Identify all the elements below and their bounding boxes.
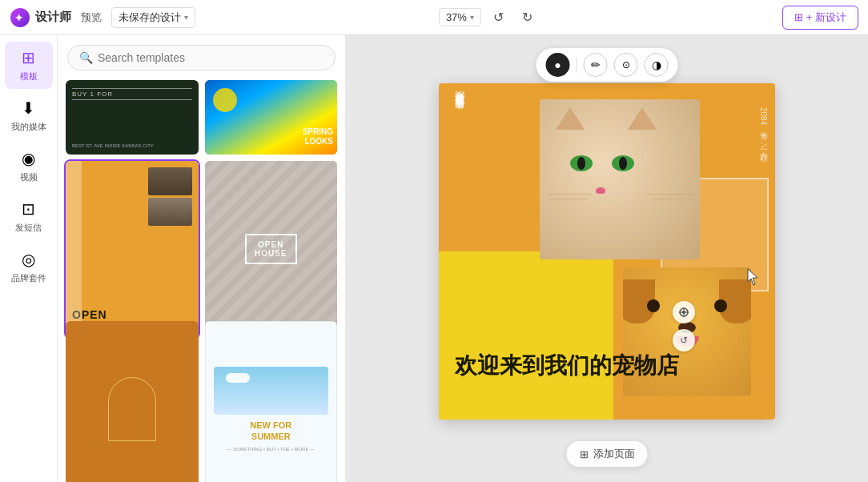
canvas-rotate-control[interactable]: ↺ [673,329,695,351]
templates-icon: ⊞ [22,48,35,67]
preview-btn[interactable]: 预览 [81,10,102,25]
canvas-area: ● ✏ ⊙ ◑ 依靠你帮你如家总你联系来没 [346,35,868,482]
dog-eye-right-icon [714,299,727,312]
sidebar-item-video[interactable]: ◉ 视频 [5,143,53,190]
canvas-main-title: 欢迎来到我们的宠物店 [455,352,679,380]
canvas-yellow-block [439,251,613,420]
cat-ear-left-icon [556,107,585,130]
brand-icon: ◎ [22,250,35,269]
filter-button[interactable]: ⊙ [614,53,638,77]
rotate-icon: ↺ [680,335,688,346]
template-card-5[interactable] [66,321,199,482]
new-design-label: + 新设计 [806,10,846,25]
canvas-move-control[interactable] [673,301,695,323]
undo-button[interactable]: ↺ [488,6,510,29]
logo-icon: ✦ [10,7,30,28]
document-title-label: 未保存的设计 [119,10,181,25]
search-input[interactable] [98,51,323,64]
topbar: ✦ 设计师 预览 未保存的设计 ▾ 37% ▾ ↺ ↻ ⊞ + 新设计 [0,0,868,35]
sidebar-item-media[interactable]: ⬇ 我的媒体 [5,92,53,139]
new-design-button[interactable]: ⊞ + 新设计 [782,6,858,30]
move-icon [678,307,689,318]
search-bar[interactable]: 🔍 [67,45,336,70]
pen-tool-button[interactable]: ✏ [584,53,608,77]
card-6-title: NEW FORSUMMER [250,420,291,443]
sidebar-item-templates-label: 模板 [20,70,38,82]
cat-whisker-r1 [648,194,692,195]
cat-whisker-l2 [548,199,588,199]
card-6-sub: — SOMETHING • BUT • THE • MORE — [227,447,315,452]
canvas-vertical-text-left: 依靠你帮你如家总你联系来没 [453,107,467,118]
cat-whisker-l1 [548,194,592,195]
cat-eye-right-icon [612,155,634,171]
chevron-down-icon: ▾ [184,13,188,22]
adjust-button[interactable]: ◑ [645,53,669,77]
add-page-button[interactable]: ⊞ 添加页面 [566,440,649,468]
template-card-1[interactable]: BUY 1 FOR BEST ST. AVE INSIDE KANSAS CIT… [66,80,199,155]
svg-text:✦: ✦ [14,12,23,24]
main-area: ⊞ 模板 ⬇ 我的媒体 ◉ 视频 ⊡ 发短信 ◎ 品牌套件 🔍 [0,35,868,482]
cat-face [540,99,700,259]
add-page-icon: ⊞ [580,448,589,460]
topbar-center: 37% ▾ ↺ ↻ [205,6,773,29]
sidebar-item-message-label: 发短信 [15,222,42,234]
canvas-vertical-text-right: 2084年 カン力一 联 [758,107,769,147]
new-design-icon: ⊞ [794,11,803,23]
message-icon: ⊡ [22,199,35,219]
logo-text: 设计师 [35,10,71,25]
sidebar-item-brand-label: 品牌套件 [11,272,46,284]
canvas-cat-photo [540,99,700,259]
sidebar-item-message[interactable]: ⊡ 发短信 [5,193,53,240]
redo-button[interactable]: ↻ [516,6,539,29]
zoom-level: 37% [446,11,467,23]
template-card-4[interactable]: OPEN HOUSE [205,161,338,338]
dog-eye-left-icon [647,299,660,312]
add-page-label: 添加页面 [593,447,635,461]
zoom-chevron-icon: ▾ [470,13,474,22]
logo: ✦ 设计师 [10,7,71,28]
design-canvas[interactable]: 依靠你帮你如家总你联系来没 [439,83,775,420]
sidebar-item-brand[interactable]: ◎ 品牌套件 [5,243,53,291]
cat-whisker-r2 [652,199,692,199]
template-panel: 🔍 BUY 1 FOR BEST ST. AVE INSIDE KANSAS C… [58,35,346,482]
sidebar: ⊞ 模板 ⬇ 我的媒体 ◉ 视频 ⊡ 发短信 ◎ 品牌套件 [0,35,58,482]
cat-eye-left-icon [570,155,593,171]
template-card-2[interactable]: SPRINGLOOKS [205,80,338,155]
sidebar-item-video-label: 视频 [20,171,38,183]
sidebar-item-media-label: 我的媒体 [11,121,46,133]
document-title-btn[interactable]: 未保存的设计 ▾ [111,7,195,28]
cat-ear-right-icon [628,107,657,130]
cat-nose-icon [596,187,605,194]
sidebar-item-templates[interactable]: ⊞ 模板 [5,42,53,89]
template-grid: BUY 1 FOR BEST ST. AVE INSIDE KANSAS CIT… [58,77,345,482]
template-card-6[interactable]: NEW FORSUMMER — SOMETHING • BUT • THE • … [205,321,338,482]
float-toolbar: ● ✏ ⊙ ◑ [536,48,678,82]
color-fill-button[interactable]: ● [546,53,570,77]
zoom-control[interactable]: 37% ▾ [439,8,481,26]
search-icon: 🔍 [79,51,93,64]
canvas-wrapper: 依靠你帮你如家总你联系来没 [439,83,775,420]
toolbar-divider-1 [577,57,577,73]
topbar-right: ⊞ + 新设计 [782,6,858,30]
template-card-3[interactable]: OPEN HOUSE [66,161,199,338]
media-icon: ⬇ [22,98,35,118]
video-icon: ◉ [22,149,35,168]
